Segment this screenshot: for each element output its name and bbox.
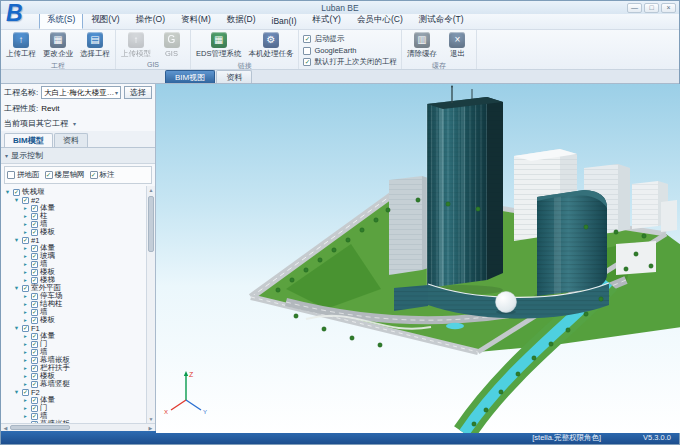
tree-checkbox[interactable]: ✓	[31, 413, 38, 420]
close-button[interactable]: ×	[661, 3, 676, 13]
sidebar-tab-1[interactable]: BIM模型	[4, 133, 53, 147]
tree-checkbox[interactable]: ✓	[31, 221, 38, 228]
scroll-up-icon[interactable]: ▲	[149, 186, 154, 194]
sidebar-tab-2[interactable]: 资料	[54, 133, 88, 147]
tree-item[interactable]: ▸✓体量	[3, 244, 146, 252]
tree-checkbox[interactable]: ✓	[22, 197, 29, 204]
tree-checkbox[interactable]: ✓	[31, 309, 38, 316]
tree-checkbox[interactable]: ✓	[31, 301, 38, 308]
project-name-select[interactable]: 大白上·梅化大楼亚曼建楼县桂 ▾	[41, 86, 121, 99]
maximize-button[interactable]: □	[644, 3, 659, 13]
ribbon-button[interactable]: ⚙本机处理任务	[245, 31, 296, 60]
tree-checkbox[interactable]: ✓	[22, 389, 29, 396]
tree-checkbox[interactable]: ✓	[31, 341, 38, 348]
tree-item[interactable]: ▸✓墙	[3, 308, 146, 316]
tree-checkbox[interactable]: ✓	[31, 373, 38, 380]
viewport-3d[interactable]: Z X Y	[156, 84, 679, 431]
doc-tab-2[interactable]: 资料	[216, 70, 252, 83]
tree-checkbox[interactable]: ✓	[31, 205, 38, 212]
tree-checkbox[interactable]: ✓	[31, 381, 38, 388]
tree-vertical-scrollbar[interactable]: ▲ ▼	[146, 186, 155, 423]
display-option[interactable]: 拼地面	[7, 170, 40, 180]
tree-item[interactable]: ▸✓楼板	[3, 316, 146, 324]
tree-expander-icon[interactable]: ▼	[13, 285, 20, 291]
tree-checkbox[interactable]: ✓	[13, 189, 20, 196]
tree-checkbox[interactable]: ✓	[31, 405, 38, 412]
tree-expander-icon[interactable]: ▼	[13, 237, 20, 243]
viewport-3d-scene[interactable]: Z X Y	[156, 84, 680, 433]
tree-checkbox[interactable]: ✓	[31, 261, 38, 268]
tree-expander-icon[interactable]: ▼	[13, 325, 20, 331]
scrollbar-thumb[interactable]	[148, 196, 154, 252]
tree-item[interactable]: ▸✓楼板	[3, 372, 146, 380]
select-project-button[interactable]: 选择	[124, 86, 152, 99]
tree-item[interactable]: ▸✓门	[3, 340, 146, 348]
tree-checkbox[interactable]: ✓	[31, 357, 38, 364]
display-option[interactable]: ✓标注	[90, 170, 115, 180]
tree-checkbox[interactable]: ✓	[31, 253, 38, 260]
tree-checkbox[interactable]: ✓	[31, 317, 38, 324]
tree-horizontal-scrollbar[interactable]: ◀ ▶	[1, 423, 155, 431]
tree-item[interactable]: ▸✓幕墙竖梃	[3, 380, 146, 388]
tree-item[interactable]: ▸✓柱	[3, 212, 146, 220]
tree-item[interactable]: ▼✓#2	[3, 196, 146, 204]
tree-item[interactable]: ▼✓铁栈堰	[3, 188, 146, 196]
scrollbar-thumb[interactable]	[10, 425, 70, 430]
tree-leaf-icon: ▸	[22, 365, 29, 371]
tree-checkbox[interactable]: ✓	[31, 293, 38, 300]
tree-item[interactable]: ▸✓楼板	[3, 228, 146, 236]
tree-item[interactable]: ▸✓楼梯	[3, 276, 146, 284]
ribbon-button[interactable]: ▥清除缓存	[404, 31, 440, 60]
ribbon-option-checkbox[interactable]: GoogleEarth	[303, 46, 397, 55]
tree-expander-icon[interactable]: ▼	[13, 197, 20, 203]
tree-checkbox[interactable]: ✓	[22, 237, 29, 244]
tree-checkbox[interactable]: ✓	[31, 213, 38, 220]
tree-checkbox[interactable]: ✓	[22, 325, 29, 332]
tree-item[interactable]: ▸✓楼板	[3, 268, 146, 276]
tree-checkbox[interactable]: ✓	[31, 397, 38, 404]
tree-item[interactable]: ▸✓栏杆扶手	[3, 364, 146, 372]
ribbon-option-checkbox[interactable]: ✓默认打开上次关闭的工程	[303, 57, 397, 67]
ribbon-button[interactable]: ×退出	[441, 31, 474, 60]
display-option[interactable]: ✓楼层轴网	[45, 170, 85, 180]
tree-item[interactable]: ▼✓F2	[3, 388, 146, 396]
tree-item[interactable]: ▸✓体量	[3, 332, 146, 340]
minimize-button[interactable]: —	[627, 3, 642, 13]
tree-item[interactable]: ▸✓墙	[3, 220, 146, 228]
ribbon-button[interactable]: ▤选择工程	[77, 31, 113, 60]
tree-item[interactable]: ▸✓墙	[3, 412, 146, 420]
tree-checkbox[interactable]: ✓	[31, 333, 38, 340]
tree-item[interactable]: ▸✓停车场	[3, 292, 146, 300]
ribbon-button[interactable]: ▦更改企业	[40, 31, 76, 60]
display-control-header[interactable]: ▾ 显示控制	[1, 148, 155, 164]
tree-item[interactable]: ▸✓幕墙嵌板	[3, 356, 146, 364]
tree-checkbox[interactable]: ✓	[31, 245, 38, 252]
scroll-down-icon[interactable]: ▼	[149, 415, 154, 423]
tree-item[interactable]: ▸✓幕墙嵌板	[3, 420, 146, 423]
other-projects-row[interactable]: 当前项目其它工程 ▾	[1, 116, 155, 131]
tree-item[interactable]: ▸✓玻璃	[3, 252, 146, 260]
tree-checkbox[interactable]: ✓	[31, 229, 38, 236]
menu-item-6[interactable]: iBan(I)	[264, 13, 305, 29]
ribbon-button[interactable]: ▦EDS管理系统	[193, 31, 244, 60]
tree-item[interactable]: ▸✓体量	[3, 396, 146, 404]
tree-checkbox[interactable]: ✓	[31, 269, 38, 276]
ribbon-option-checkbox[interactable]: ✓启动提示	[303, 34, 397, 44]
tree-item[interactable]: ▸✓墙	[3, 260, 146, 268]
tree-expander-icon[interactable]: ▼	[4, 189, 11, 195]
tree-checkbox[interactable]: ✓	[31, 365, 38, 372]
ribbon-group: ▥清除缓存×退出缓存	[402, 30, 477, 69]
tree-expander-icon[interactable]: ▼	[13, 389, 20, 395]
tree-item[interactable]: ▸✓结构柱	[3, 300, 146, 308]
tree-item[interactable]: ▸✓门	[3, 404, 146, 412]
tree-item[interactable]: ▼✓室外平面	[3, 284, 146, 292]
tree-item[interactable]: ▼✓#1	[3, 236, 146, 244]
doc-tab-1[interactable]: BIM视图	[165, 70, 215, 83]
tree-item[interactable]: ▼✓F1	[3, 324, 146, 332]
tree-checkbox[interactable]: ✓	[31, 349, 38, 356]
tree-checkbox[interactable]: ✓	[31, 421, 38, 424]
ribbon-button[interactable]: ↑上传工程	[3, 31, 39, 60]
tree-item[interactable]: ▸✓体量	[3, 204, 146, 212]
tree-checkbox[interactable]: ✓	[22, 285, 29, 292]
tree-item[interactable]: ▸✓墙	[3, 348, 146, 356]
